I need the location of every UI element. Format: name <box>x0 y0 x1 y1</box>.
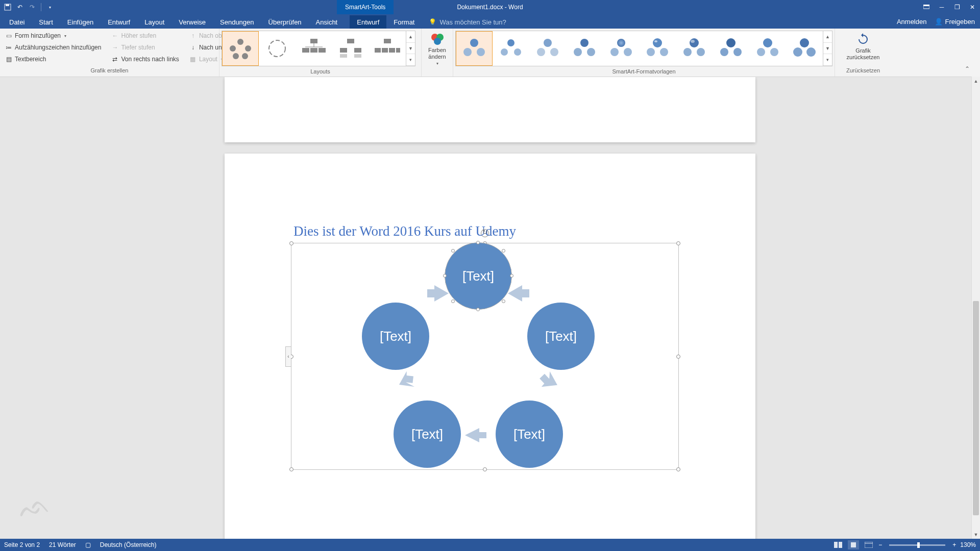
print-layout-button[interactable] <box>848 540 859 549</box>
shape-handle[interactable] <box>443 274 447 278</box>
shape-handle[interactable] <box>476 241 480 244</box>
gallery-up-icon[interactable]: ▲ <box>823 31 832 43</box>
tab-format-smartart[interactable]: Format <box>386 15 422 29</box>
scrollbar-thumb[interactable] <box>973 301 979 515</box>
zoom-level[interactable]: 130% <box>960 541 976 548</box>
smartart-node-1[interactable]: [Text] <box>445 242 512 310</box>
resize-handle[interactable] <box>676 241 680 245</box>
sign-in-link[interactable]: Anmelden <box>897 18 927 26</box>
style-item-4[interactable] <box>566 31 603 66</box>
zoom-out-button[interactable]: − <box>878 541 882 548</box>
resize-handle[interactable] <box>483 467 487 471</box>
styles-gallery-scroll[interactable]: ▲▼▾ <box>823 31 832 66</box>
shape-handle[interactable] <box>451 299 455 303</box>
rotate-handle[interactable] <box>481 229 489 237</box>
add-shape-button[interactable]: ▭Form hinzufügen▾ <box>3 30 103 41</box>
smartart-frame[interactable]: ‹ [Text] [Text] [Te <box>291 243 679 470</box>
text-pane-button[interactable]: ▤Textbereich <box>3 54 103 65</box>
layout-item-4[interactable] <box>332 31 369 66</box>
add-bullet-button[interactable]: ≔Aufzählungszeichen hinzufügen <box>3 42 103 53</box>
zoom-thumb[interactable] <box>917 542 920 548</box>
close-button[interactable]: ✕ <box>965 0 980 14</box>
tab-layout-doc[interactable]: Layout <box>137 15 172 29</box>
svg-point-49 <box>683 48 692 56</box>
style-item-10[interactable] <box>786 31 823 66</box>
svg-point-8 <box>242 53 248 59</box>
tab-start[interactable]: Start <box>32 15 60 29</box>
tab-sendungen[interactable]: Sendungen <box>213 15 261 29</box>
ribbon-display-button[interactable] <box>919 0 934 14</box>
shape-handle[interactable] <box>476 308 480 311</box>
resize-handle[interactable] <box>676 467 680 471</box>
chevron-down-icon: ▾ <box>64 34 66 38</box>
layouts-gallery-scroll[interactable]: ▲▼▾ <box>406 31 415 66</box>
tab-entwurf-doc[interactable]: Entwurf <box>101 15 137 29</box>
shape-handle[interactable] <box>510 274 513 278</box>
style-item-5[interactable] <box>603 31 640 66</box>
tab-ueberpruefen[interactable]: Überprüfen <box>261 15 309 29</box>
gallery-down-icon[interactable]: ▼ <box>406 43 415 55</box>
tab-einfuegen[interactable]: Einfügen <box>60 15 101 29</box>
document-area[interactable]: Dies ist der Word 2016 Kurs auf Udemy ‹ <box>0 77 980 539</box>
style-item-2[interactable] <box>493 31 529 66</box>
shape-handle[interactable] <box>451 249 455 253</box>
gallery-more-icon[interactable]: ▾ <box>823 54 832 66</box>
style-item-1[interactable] <box>456 31 493 66</box>
read-mode-button[interactable] <box>832 540 844 549</box>
language-indicator[interactable]: Deutsch (Österreich) <box>100 541 157 548</box>
tab-entwurf-smartart[interactable]: Entwurf <box>350 15 386 29</box>
shape-handle[interactable] <box>502 299 505 303</box>
tab-ansicht[interactable]: Ansicht <box>309 15 345 29</box>
scroll-up-icon[interactable]: ▲ <box>972 77 980 85</box>
gallery-up-icon[interactable]: ▲ <box>406 31 415 43</box>
collapse-ribbon-button[interactable]: ⌃ <box>965 65 970 72</box>
scroll-down-icon[interactable]: ▼ <box>972 530 980 539</box>
redo-button[interactable]: ↷ <box>28 3 37 12</box>
reset-graphic-button[interactable]: Grafik zurücksetzen <box>843 30 883 61</box>
svg-marker-62 <box>508 285 529 302</box>
resize-handle[interactable] <box>289 241 293 245</box>
gallery-down-icon[interactable]: ▼ <box>823 43 832 55</box>
layout-item-2[interactable] <box>259 31 296 66</box>
vertical-scrollbar[interactable]: ▲ ▼ <box>971 77 980 539</box>
word-count[interactable]: 21 Wörter <box>49 541 76 548</box>
style-item-9[interactable] <box>749 31 786 66</box>
text-pane-toggle[interactable]: ‹ <box>285 346 291 367</box>
smartart-node-5[interactable]: [Text] <box>362 303 429 370</box>
layout-item-5[interactable] <box>369 31 406 66</box>
tell-me-search[interactable]: 💡 Was möchten Sie tun? <box>422 15 513 29</box>
layouts-gallery[interactable]: ▲▼▾ <box>222 31 415 66</box>
zoom-slider[interactable] <box>889 544 945 546</box>
proofing-icon[interactable]: ▢ <box>85 541 91 548</box>
style-item-7[interactable] <box>676 31 713 66</box>
style-item-6[interactable] <box>640 31 676 66</box>
web-layout-button[interactable] <box>863 540 874 549</box>
style-item-3[interactable] <box>529 31 566 66</box>
save-button[interactable] <box>3 3 12 12</box>
svg-point-47 <box>654 40 657 42</box>
restore-button[interactable]: ❐ <box>949 0 965 14</box>
resize-handle[interactable] <box>676 355 680 359</box>
promote-button: ←Höher stufen <box>109 30 181 41</box>
smartart-node-3[interactable]: [Text] <box>496 400 563 468</box>
group-colors: Farben ändern ▾ <box>422 29 453 77</box>
gallery-more-icon[interactable]: ▾ <box>406 54 415 66</box>
shape-handle[interactable] <box>502 249 505 253</box>
rtl-button[interactable]: ⇄Von rechts nach links <box>109 54 181 65</box>
styles-gallery[interactable]: ▲▼▾ <box>455 31 832 66</box>
undo-button[interactable]: ↶ <box>15 3 24 12</box>
change-colors-button[interactable]: Farben ändern ▾ <box>425 30 450 66</box>
page-indicator[interactable]: Seite 2 von 2 <box>4 541 40 548</box>
minimize-button[interactable]: ─ <box>934 0 949 14</box>
smartart-node-2[interactable]: [Text] <box>527 303 595 370</box>
style-item-8[interactable] <box>713 31 749 66</box>
smartart-node-4[interactable]: [Text] <box>394 400 461 468</box>
zoom-in-button[interactable]: + <box>952 541 956 548</box>
layout-item-1[interactable] <box>222 31 259 66</box>
layout-item-3[interactable] <box>296 31 332 66</box>
qat-customize-button[interactable]: ▾ <box>45 3 55 12</box>
share-button[interactable]: 👤 Freigeben <box>935 18 975 26</box>
resize-handle[interactable] <box>289 467 293 471</box>
tab-verweise[interactable]: Verweise <box>172 15 213 29</box>
tab-datei[interactable]: Datei <box>2 15 32 29</box>
